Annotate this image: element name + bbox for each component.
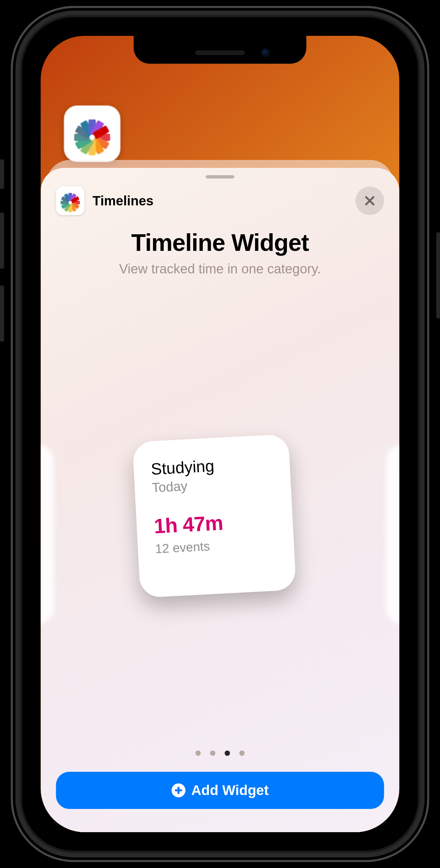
page-dot[interactable] — [196, 750, 201, 756]
device-outer-shell: Timelines Timeline Widget View tracked t… — [11, 6, 429, 862]
sheet-header: Timelines — [41, 168, 400, 218]
carousel-peek-prev[interactable] — [41, 445, 54, 624]
page-dot[interactable] — [210, 750, 215, 756]
plus-circle-icon — [171, 783, 185, 797]
app-name-label: Timelines — [93, 193, 154, 208]
page-dot[interactable] — [225, 750, 230, 756]
widget-config-sheet: Timelines Timeline Widget View tracked t… — [41, 168, 400, 832]
homescreen-app-icon — [64, 105, 121, 162]
timelines-wheel-icon — [60, 190, 81, 211]
title-block: Timeline Widget View tracked time in one… — [41, 218, 400, 276]
device-inner-shell: Timelines Timeline Widget View tracked t… — [20, 15, 420, 853]
widget-duration-value: 1h 47m — [153, 508, 276, 538]
page-title: Timeline Widget — [61, 229, 380, 256]
device-side-button — [436, 232, 440, 318]
page-indicator — [196, 750, 245, 756]
widget-event-count: 12 events — [155, 535, 277, 556]
add-widget-button[interactable]: Add Widget — [56, 772, 384, 809]
timelines-app-icon — [72, 114, 112, 154]
page-subtitle: View tracked time in one category. — [61, 261, 380, 276]
widget-preview-card: Studying Today 1h 47m 12 events — [132, 434, 296, 598]
device-volume-up — [0, 212, 4, 269]
device-notch — [134, 36, 306, 64]
app-badge: Timelines — [56, 186, 154, 215]
carousel-peek-next[interactable] — [386, 445, 400, 624]
page-dot[interactable] — [239, 750, 245, 756]
footer-actions: Add Widget — [41, 772, 400, 832]
screen: Timelines Timeline Widget View tracked t… — [41, 36, 400, 832]
device-mute-switch — [0, 159, 4, 189]
widget-carousel[interactable]: Studying Today 1h 47m 12 events — [41, 296, 400, 772]
device-frame: Timelines Timeline Widget View tracked t… — [0, 0, 440, 868]
close-button[interactable] — [356, 186, 384, 215]
device-volume-down — [0, 285, 4, 342]
close-icon — [363, 194, 376, 207]
app-icon — [56, 186, 85, 215]
add-widget-label: Add Widget — [191, 782, 269, 798]
